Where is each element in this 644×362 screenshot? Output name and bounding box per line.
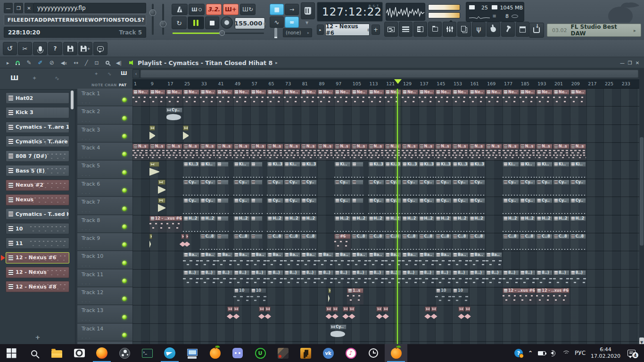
clip-header[interactable]: Ki..3 [183, 162, 199, 167]
picker-audio-tab-icon[interactable]: ✦ [32, 75, 37, 82]
clip-Cy..-bar25[interactable]: Cy.. [183, 198, 199, 215]
cut-button[interactable]: ✂ [18, 42, 32, 55]
clip-header[interactable]: Ba.. [385, 252, 401, 257]
playlist-maximize-button[interactable]: ❐ [626, 60, 634, 66]
clip-header[interactable]: Cy.. [503, 180, 519, 185]
pattern-item-6[interactable]: Bass 5 (E) [6, 165, 69, 176]
clip-header[interactable]: H..2 [469, 216, 486, 221]
playhead-marker[interactable] [394, 79, 402, 84]
touch-controller-button[interactable] [487, 22, 500, 37]
clip-N..s-bar57[interactable]: N..s [250, 144, 267, 161]
clip-8..)-bar57[interactable]: 8..) [250, 270, 267, 287]
project-files-button[interactable] [457, 22, 471, 37]
clip-1..s-bar103[interactable]: 1..s [347, 288, 363, 305]
clip-Ne..-bar33[interactable]: Ne.. [200, 90, 216, 107]
clip-Ki..-bar97[interactable]: Ki.. [334, 162, 351, 179]
clip-header[interactable]: Cy.. [469, 198, 486, 203]
clip-header[interactable]: Ne.. [334, 90, 351, 95]
clip-header[interactable]: Cy.. [200, 180, 216, 185]
clip-pg-bar105[interactable] [351, 198, 363, 215]
wifi-icon[interactable] [562, 351, 570, 356]
clip-header[interactable] [425, 306, 430, 312]
clip-header[interactable]: 8..) [486, 270, 502, 275]
clip-Ba..-bar49[interactable]: Ba.. [233, 252, 250, 269]
clip-Cy..-bar81[interactable]: Cy.. [301, 180, 317, 197]
clip-header[interactable]: Cy.. [284, 198, 300, 203]
clip-header[interactable]: Cy.. [536, 180, 553, 185]
clip-header[interactable]: Cy.. [301, 180, 317, 185]
clip-N..s-bar129[interactable]: N..s [402, 144, 418, 161]
clip-Cy..-bar113[interactable]: Cy.. [368, 180, 385, 197]
clip-10-bar49[interactable]: 10 [233, 288, 250, 305]
clip-header[interactable]: Ne.. [419, 90, 435, 95]
track-mute-led[interactable] [122, 98, 127, 102]
clip-header[interactable]: N..s [267, 144, 283, 149]
clip-header[interactable]: C..8 [351, 234, 368, 239]
clip-C..8-bar49[interactable]: C..8 [233, 234, 250, 251]
playback-marker-icon[interactable]: ◀| [116, 60, 122, 66]
clip-header[interactable]: Cy.. [368, 180, 385, 185]
clip-Ki..-bar49[interactable]: Ki.. [233, 162, 250, 179]
pattern-item-10[interactable]: 10 [6, 223, 69, 234]
clip-pg-bar41[interactable] [216, 180, 229, 197]
track-options-dots[interactable]: . . . [82, 298, 91, 303]
clip-header[interactable]: Ba.. [216, 252, 233, 257]
track-options-dots[interactable]: . . . [82, 280, 91, 285]
track-options-dots[interactable]: . . . [82, 263, 91, 267]
clip-C..8-bar177[interactable]: C..8 [503, 234, 519, 251]
clip-N..s-bar209[interactable]: N..s [570, 144, 586, 161]
clip-C..8-bar105[interactable]: C..8 [351, 234, 368, 251]
clip-header[interactable]: Cy.. [536, 198, 553, 203]
master-pitch-slider[interactable] [152, 4, 154, 35]
clip-N..s-bar105[interactable]: N..s [351, 144, 368, 161]
clip-header[interactable]: H..2 [536, 216, 553, 221]
clip-Cy..-bar121[interactable]: Cy.. [385, 198, 401, 215]
clip-H..2-bar105[interactable]: H..2 [351, 216, 368, 233]
clip-header[interactable]: Ki..3 [435, 162, 452, 167]
track-mute-led[interactable] [122, 261, 127, 265]
clip-header[interactable]: N..s [368, 144, 385, 149]
clip-header[interactable]: 8..) [183, 270, 199, 275]
clip-header[interactable]: 1..s [347, 288, 363, 293]
taskbar-item-search[interactable] [23, 344, 45, 362]
clip-header[interactable]: Ki.. [284, 162, 300, 167]
clip-am-bar46[interactable] [227, 306, 233, 323]
clip-header[interactable]: Cy.. [469, 180, 486, 185]
track-mute-led[interactable] [122, 206, 127, 211]
clip-Cy..-bar73[interactable]: Cy.. [284, 198, 300, 215]
clip-header[interactable]: H..2 [419, 216, 435, 221]
track-mute-led[interactable] [122, 242, 127, 247]
clip-Ne..-bar65[interactable]: Ne.. [267, 90, 283, 107]
taskbar-item-fl-studio-2[interactable] [385, 344, 407, 362]
clip-ao-bar9[interactable] [149, 162, 159, 179]
clip-am-bar24[interactable] [181, 234, 185, 251]
taskbar-item-terminal[interactable] [136, 344, 158, 362]
clip-ao-bar9[interactable] [149, 234, 151, 251]
clip-header[interactable]: Cy.. [200, 198, 216, 203]
clip-Ne..-bar9[interactable]: Ne.. [149, 90, 166, 107]
clip-header[interactable] [216, 180, 229, 185]
clip-Ne..-bar17[interactable]: Ne.. [166, 90, 182, 107]
clip-8..)-bar145[interactable]: 8..) [435, 270, 452, 287]
clip-header[interactable]: H..2 [183, 216, 199, 221]
clip-header[interactable]: C..8 [402, 234, 418, 239]
download-manager-button[interactable] [529, 23, 544, 38]
clip-pg-bar105[interactable] [351, 180, 363, 197]
clip-header[interactable]: H..2 [385, 216, 401, 221]
track-options-dots[interactable]: . . . [82, 154, 91, 158]
track-mute-led[interactable] [122, 188, 127, 193]
clip-header[interactable]: H..2 [553, 216, 570, 221]
clip-header[interactable]: Ne.. [233, 90, 250, 95]
clip-header[interactable]: 10 [233, 288, 250, 293]
clip-N..s-bar1[interactable]: N..s [132, 144, 149, 161]
clip-header[interactable] [383, 306, 388, 312]
clip-header[interactable]: Ne.. [452, 90, 469, 95]
clip-8..)-bar49[interactable]: 8..) [233, 270, 250, 287]
clip-pg-bar57[interactable] [250, 198, 263, 215]
chan-view-icon[interactable]: ∿ [107, 71, 111, 76]
clip-N..s-bar201[interactable]: N..s [553, 144, 570, 161]
mute-tool-icon[interactable]: ◀x [61, 60, 67, 66]
tray-expand-icon[interactable]: ⌃ [528, 350, 533, 356]
clip-header[interactable]: 8..) [368, 270, 385, 275]
clip-header[interactable]: Ne.. [301, 90, 317, 95]
